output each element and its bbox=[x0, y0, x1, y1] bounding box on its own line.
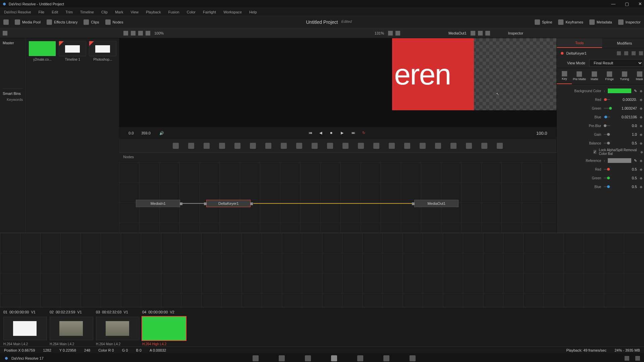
gain-value[interactable]: 1.0 bbox=[613, 132, 637, 136]
tool-icon[interactable] bbox=[296, 143, 302, 149]
menu-item[interactable]: Clip bbox=[101, 10, 108, 14]
minimize-icon[interactable]: — bbox=[611, 1, 615, 6]
keyframe-icon[interactable]: ◆ bbox=[640, 124, 643, 128]
menu-item[interactable]: View bbox=[130, 10, 139, 14]
green-value[interactable]: 1.003247 bbox=[613, 106, 637, 110]
tool-icon[interactable] bbox=[420, 143, 426, 149]
maximize-icon[interactable]: ▢ bbox=[625, 1, 629, 6]
gain-slider[interactable] bbox=[604, 134, 610, 135]
tool-icon[interactable] bbox=[466, 143, 472, 149]
tool-icon[interactable] bbox=[204, 143, 210, 149]
page-media-icon[interactable] bbox=[253, 355, 259, 361]
strip-clip[interactable]: 0400:00:00:00V2 H.264 High L4.2 bbox=[142, 310, 186, 344]
viewer-opt-icon[interactable] bbox=[485, 31, 490, 36]
viewer-source[interactable]: MediaOut1 bbox=[448, 31, 467, 35]
red2-slider[interactable] bbox=[604, 169, 610, 170]
tool-icon[interactable] bbox=[188, 143, 194, 149]
tool-icon[interactable] bbox=[219, 143, 225, 149]
keyframe-icon[interactable]: ◆ bbox=[640, 176, 643, 180]
nodes-canvas-lower[interactable] bbox=[0, 233, 644, 307]
keyframe-icon[interactable]: ◆ bbox=[640, 115, 643, 119]
page-color-icon[interactable] bbox=[357, 355, 363, 361]
viewer-opt-icon[interactable] bbox=[388, 31, 393, 36]
volume-icon[interactable]: 🔊 bbox=[159, 131, 164, 135]
blue2-slider[interactable] bbox=[604, 186, 610, 187]
balance-value[interactable]: 0.5 bbox=[613, 141, 637, 145]
nodes-button[interactable]: Nodes bbox=[105, 19, 123, 25]
green2-slider[interactable] bbox=[604, 178, 610, 178]
keyframe-icon[interactable]: ◆ bbox=[640, 132, 643, 137]
nodes-panel-lower[interactable] bbox=[0, 233, 644, 307]
grid-icon[interactable] bbox=[123, 31, 128, 36]
menu-item[interactable]: DaVinci Resolve bbox=[4, 10, 31, 14]
viewer-opt-icon[interactable] bbox=[478, 31, 483, 36]
tool-icon[interactable] bbox=[250, 143, 256, 149]
tool-icon[interactable] bbox=[342, 143, 348, 149]
nodes-canvas[interactable]: MediaIn1 DeltaKeyer1 MediaOut1 bbox=[119, 162, 556, 232]
keyframes-button[interactable]: Keyframes bbox=[558, 19, 583, 25]
tab-modifiers[interactable]: Modifiers bbox=[602, 38, 644, 48]
keywords-bin[interactable]: Keywords bbox=[3, 96, 23, 102]
loop-button[interactable]: ↻ bbox=[362, 131, 367, 135]
mediapool-button[interactable]: Media Pool bbox=[15, 19, 41, 25]
reference-swatch[interactable] bbox=[608, 158, 631, 163]
page-fusion-icon[interactable] bbox=[331, 355, 337, 361]
version-icon[interactable] bbox=[617, 51, 621, 55]
menu-item[interactable]: File bbox=[39, 10, 45, 14]
cat-fringe[interactable]: Fringe bbox=[602, 68, 617, 84]
menu-item[interactable]: Workspace bbox=[223, 10, 242, 14]
spline-button[interactable]: Spline bbox=[535, 19, 552, 25]
lock-icon[interactable] bbox=[632, 51, 636, 55]
tab-tools[interactable]: Tools bbox=[557, 38, 602, 48]
search-icon[interactable] bbox=[138, 31, 143, 36]
node-mediain[interactable]: MediaIn1 bbox=[136, 200, 180, 207]
page-deliver-icon[interactable] bbox=[410, 355, 416, 361]
first-frame-button[interactable]: ⏮ bbox=[309, 131, 313, 135]
node-deltakeyer[interactable]: DeltaKeyer1 bbox=[206, 200, 251, 207]
menu-item[interactable]: Help bbox=[249, 10, 257, 14]
preblur-slider[interactable] bbox=[604, 125, 610, 126]
clip-item[interactable]: Photoshop... bbox=[89, 41, 116, 230]
red-value[interactable]: 0.00020. bbox=[613, 98, 637, 102]
layout-icon[interactable] bbox=[3, 31, 7, 36]
green2-value[interactable]: 0.5 bbox=[613, 176, 637, 180]
clip-item[interactable]: y2mate.co... bbox=[29, 41, 56, 230]
close-icon[interactable]: ✕ bbox=[638, 1, 642, 6]
menu-item[interactable]: Timeline bbox=[80, 10, 94, 14]
keyframe-icon[interactable]: ◆ bbox=[640, 106, 643, 111]
node-mediaout[interactable]: MediaOut1 bbox=[414, 200, 459, 207]
strip-clip[interactable]: 0200:02:23:59V1 H.264 Main L4.2 bbox=[50, 310, 93, 344]
script-icon[interactable] bbox=[624, 51, 628, 55]
tool-icon[interactable] bbox=[265, 143, 271, 149]
preblur-value[interactable]: 0.0 bbox=[613, 124, 637, 128]
tool-icon[interactable] bbox=[358, 143, 364, 149]
tool-icon[interactable] bbox=[404, 143, 410, 149]
viewmode-select[interactable]: Final Result bbox=[589, 59, 643, 67]
prev-frame-button[interactable]: ◀ bbox=[319, 131, 324, 135]
red-slider[interactable] bbox=[604, 99, 610, 100]
tool-icon[interactable] bbox=[312, 143, 318, 149]
blue2-value[interactable]: 0.5 bbox=[613, 185, 637, 189]
bgcolor-swatch[interactable] bbox=[608, 88, 631, 93]
red2-value[interactable]: 0.5 bbox=[613, 167, 637, 171]
keyframe-icon[interactable]: ◆ bbox=[640, 159, 643, 163]
tool-icon[interactable] bbox=[327, 143, 333, 149]
viewer-opt-icon[interactable] bbox=[471, 31, 475, 36]
menu-item[interactable]: Fusion bbox=[168, 10, 179, 14]
tool-icon[interactable] bbox=[281, 143, 287, 149]
menu-item[interactable]: Fairlight bbox=[203, 10, 216, 14]
keyframe-icon[interactable]: ◆ bbox=[640, 89, 643, 93]
blue-value[interactable]: 0.021106 bbox=[613, 115, 637, 119]
sort-icon[interactable] bbox=[146, 31, 150, 36]
blue-slider[interactable] bbox=[604, 117, 610, 117]
keyframe-icon[interactable]: ◆ bbox=[640, 150, 643, 154]
tool-icon[interactable] bbox=[373, 143, 379, 149]
zoom-left[interactable]: 100% bbox=[154, 31, 164, 35]
stop-button[interactable]: ■ bbox=[330, 131, 335, 135]
play-button[interactable]: ▶ bbox=[341, 131, 345, 135]
tool-icon[interactable] bbox=[497, 143, 503, 149]
settings-icon[interactable] bbox=[635, 356, 640, 361]
page-cut-icon[interactable] bbox=[279, 355, 285, 361]
tool-icon[interactable] bbox=[389, 143, 395, 149]
tool-icon[interactable] bbox=[481, 143, 487, 149]
